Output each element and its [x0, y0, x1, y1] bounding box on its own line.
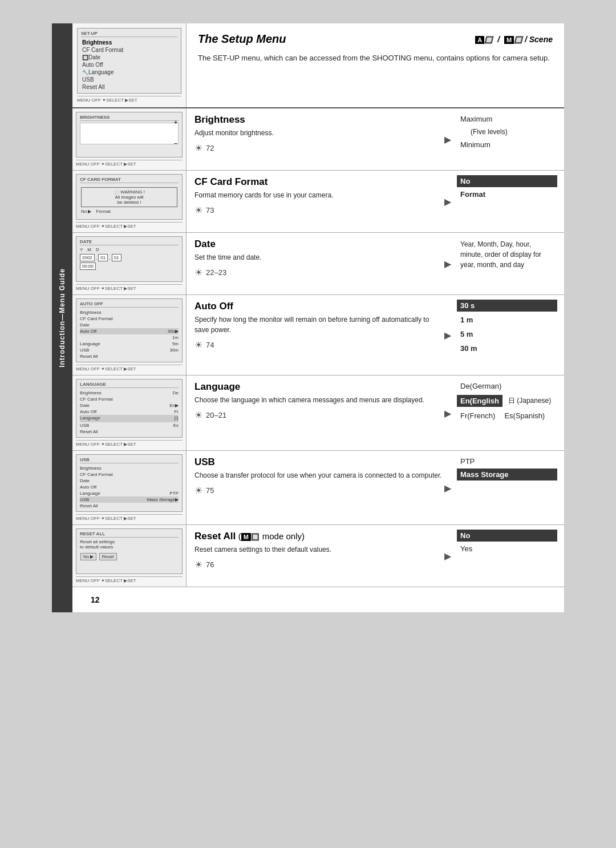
cf-opt-no: No — [457, 175, 557, 187]
date-labels: Y M D — [80, 247, 179, 252]
language-options: De(German) En(English 日 (Japanese) Fr(Fr… — [450, 375, 564, 450]
usb-options: PTP Mass Storage — [450, 451, 564, 524]
lang-opt-es: Es(Spanish) — [501, 410, 548, 422]
mode-a: A — [475, 36, 484, 44]
menu-item-resetall: Reset All — [81, 83, 177, 91]
setup-description: The SET-UP menu, which can be accessed f… — [198, 53, 553, 64]
brightness-info: Brightness Adjust monitor brightness. ☀ … — [187, 108, 450, 170]
lang-opt-de: De(German) — [457, 380, 557, 392]
plus-icon: + — [174, 119, 177, 126]
lang-opt-en: En(English — [457, 395, 502, 407]
reset-btn: Reset — [99, 553, 117, 560]
language-section: LANGUAGE BrightnessDe CF Card Format Dat… — [72, 375, 564, 451]
cf-screen: CF CARD FORMAT ⬜ WARNING ! All images wi… — [76, 174, 183, 220]
usb-screen-container: USB Brightness CF Card Format Date Auto … — [72, 451, 187, 524]
date-title: Date — [194, 239, 442, 250]
language-info: Language Choose the language in which ca… — [187, 375, 450, 450]
resetall-opt-yes: Yes — [457, 543, 557, 555]
usb-screen-header: USB — [80, 457, 179, 463]
lang-opt-jp: 日 (Japanese) — [505, 394, 554, 407]
resetall-screen-footer: MENU OFF ✦SELECT ▶SET — [76, 576, 183, 583]
sun-icon-autooff: ☀ — [194, 340, 202, 350]
resetall-screen-container: RESET ALL Reset all settingsto default v… — [72, 525, 187, 587]
date-screen-footer: MENU OFF ✦SELECT ▶SET — [76, 284, 183, 291]
usb-arrow: ▶ — [444, 482, 451, 493]
date-info: Date Set the time and date. ☀ 22–23 ▶ — [187, 233, 450, 294]
autooff-screen: AUTO OFF Brightness CF Card Format Date … — [76, 298, 183, 362]
usb-screen: USB Brightness CF Card Format Date Auto … — [76, 454, 183, 512]
sun-icon-date: ☀ — [194, 267, 202, 278]
resetall-desc: Reset camera settings to their default v… — [194, 544, 442, 555]
cf-page-num: 73 — [206, 206, 214, 215]
autooff-opt-30m: 30 m — [457, 342, 557, 354]
menu-item-autooff: Auto Off — [81, 61, 177, 68]
autooff-info: Auto Off Specify how long the monitor wi… — [187, 295, 450, 375]
cf-screen-footer: MENU OFF ✦SELECT ▶SET — [76, 222, 183, 229]
autooff-opt-1m: 1 m — [457, 314, 557, 326]
date-page: ☀ 22–23 — [194, 267, 442, 278]
date-year: 2002 — [80, 254, 95, 261]
date-day: 01 — [112, 254, 121, 261]
resetall-options: No Yes — [450, 525, 564, 587]
brightness-screen-header: BRIGHTNESS — [80, 115, 179, 121]
date-screen-container: DATE Y M D 2002 . 01 . 01 — [72, 233, 187, 294]
autooff-opt-30s: 30 s — [457, 300, 557, 312]
usb-page-num: 75 — [206, 486, 214, 495]
sun-icon-resetall: ☀ — [194, 559, 202, 570]
autooff-screen-footer: MENU OFF ✦SELECT ▶SET — [76, 365, 183, 371]
resetall-page: ☀ 76 — [194, 559, 442, 570]
resetall-arrow: ▶ — [444, 551, 451, 562]
resetall-page-num: 76 — [206, 560, 214, 569]
autooff-arrow: ▶ — [444, 330, 451, 341]
screen-header-setup: SET-UP — [81, 31, 177, 37]
usb-opt-massstorage: Mass Storage — [457, 469, 557, 480]
date-month: 01 — [98, 254, 108, 261]
usb-info: USB Choose a transfer protocol for use w… — [187, 451, 450, 524]
sidebar: Introduction—Menu Guide — [52, 23, 72, 612]
cf-opt-format: Format — [457, 188, 557, 200]
usb-screen-footer: MENU OFF ✦SELECT ▶SET — [76, 514, 183, 521]
date-right-text: Year, Month, Day, hour, minute, order of… — [457, 237, 557, 272]
setup-menu-description: The Setup Menu A🔲 / M🔲 / Scene The SET-U… — [187, 23, 564, 107]
autooff-title: Auto Off — [194, 301, 442, 312]
date-options: Year, Month, Day, hour, minute, order of… — [450, 233, 564, 294]
cf-page: ☀ 73 — [194, 205, 442, 216]
resetall-opt-no: No — [457, 530, 557, 542]
language-page: ☀ 20–21 — [194, 410, 442, 421]
date-desc: Set the time and date. — [194, 252, 442, 263]
lang-screen-footer: MENU OFF ✦SELECT ▶SET — [76, 440, 183, 447]
sidebar-label: Introduction—Menu Guide — [58, 268, 66, 368]
lang-screen: LANGUAGE BrightnessDe CF Card Format Dat… — [76, 379, 183, 438]
screen-footer-setup: MENU OFF ✦SELECT ▶SET — [77, 96, 181, 103]
sun-icon-language: ☀ — [194, 410, 202, 421]
resetall-info: Reset All (M🔲 mode only) Reset camera se… — [187, 525, 450, 587]
reset-no-btn: No ▶ — [80, 553, 96, 560]
cf-card-section: CF CARD FORMAT ⬜ WARNING ! All images wi… — [72, 171, 564, 233]
brightness-arrow: ▶ — [444, 134, 451, 145]
brightness-display — [80, 123, 179, 144]
mode-badge: A🔲 / M🔲 / Scene — [475, 35, 553, 44]
autooff-options: 30 s 1 m 5 m 30 m — [450, 295, 564, 375]
autooff-menu: Brightness CF Card Format Date Auto Off … — [80, 309, 179, 360]
setup-menu-section: SET-UP Brightness CF Card Format 🔲Date A… — [72, 23, 564, 108]
usb-title: USB — [194, 457, 442, 468]
reset-text: Reset all settingsto default values — [80, 539, 179, 550]
brightness-opt-max: Maximum — [457, 113, 557, 125]
cf-options: No Format — [450, 171, 564, 232]
autooff-screen-container: AUTO OFF Brightness CF Card Format Date … — [72, 295, 187, 375]
autooff-page: ☀ 74 — [194, 340, 442, 350]
cf-warning: ⬜ WARNING ! All images will be deleted ! — [81, 187, 177, 207]
usb-section: USB Brightness CF Card Format Date Auto … — [72, 451, 564, 525]
cf-screen-header: CF CARD FORMAT — [80, 177, 179, 183]
resetall-screen-header: RESET ALL — [80, 531, 179, 538]
resetall-section: RESET ALL Reset all settingsto default v… — [72, 525, 564, 587]
resetall-screen: RESET ALL Reset all settingsto default v… — [76, 528, 183, 574]
lang-screen-header: LANGUAGE — [80, 382, 179, 388]
usb-opt-ptp: PTP — [457, 455, 557, 467]
cf-format-opt: Format — [96, 209, 110, 214]
language-desc: Choose the language in which camera mess… — [194, 395, 442, 405]
brightness-screen-container: BRIGHTNESS + − MENU OFF ✦SELECT ▶SET — [72, 108, 187, 170]
autooff-screen-header: AUTO OFF — [80, 301, 179, 308]
brightness-desc: Adjust monitor brightness. — [194, 128, 442, 138]
brightness-title: Brightness — [194, 114, 442, 126]
